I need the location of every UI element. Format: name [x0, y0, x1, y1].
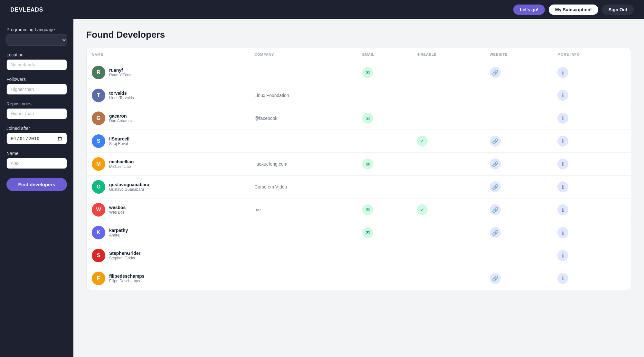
- moreinfo-icon-button[interactable]: ℹ: [557, 113, 568, 124]
- moreinfo-icon-button[interactable]: ℹ: [557, 159, 568, 169]
- email-icon-button[interactable]: ✉: [362, 204, 373, 215]
- col-website: WEBSITE: [485, 48, 553, 61]
- email-icon-button[interactable]: ✉: [362, 227, 373, 238]
- dev-moreinfo-cell: ℹ: [552, 244, 631, 267]
- moreinfo-icon-button[interactable]: ℹ: [557, 67, 568, 78]
- dev-moreinfo-cell: ℹ: [552, 153, 631, 176]
- subscription-button[interactable]: My Subscription!: [549, 5, 598, 15]
- followers-input[interactable]: [6, 84, 67, 95]
- dev-email-cell: [357, 267, 412, 290]
- avatar: F: [92, 272, 105, 285]
- moreinfo-icon-button[interactable]: ℹ: [557, 204, 568, 215]
- dev-info: S llSourcell Siraj Raval: [92, 134, 244, 148]
- language-label: Programming Language: [6, 27, 67, 32]
- dev-hireable-cell: [412, 84, 485, 107]
- dev-email-cell: [357, 130, 412, 153]
- location-input[interactable]: [6, 59, 67, 70]
- dev-company-cell: liaoxuefeng.com: [249, 153, 357, 176]
- table-row: G gustavoguanabara Gustavo Guanabara Cur…: [87, 176, 631, 198]
- moreinfo-icon-button[interactable]: ℹ: [557, 250, 568, 261]
- dev-website-cell: 🔗: [485, 61, 553, 84]
- language-select[interactable]: JavaScript Python TypeScript Java C++ Go…: [6, 34, 67, 46]
- signout-button[interactable]: Sign Out: [602, 5, 634, 15]
- dev-username: michaelliao: [109, 159, 134, 164]
- letsgo-button[interactable]: Let's go!: [513, 5, 545, 15]
- dev-info: T torvalds Linus Torvalds: [92, 89, 244, 102]
- dev-info: S StephenGrider Stephen Grider: [92, 249, 244, 262]
- dev-company-cell: [249, 244, 357, 267]
- moreinfo-icon-button[interactable]: ℹ: [557, 273, 568, 284]
- company-text: me: [254, 207, 260, 212]
- table-row: T torvalds Linus Torvalds Linux Foundati…: [87, 84, 631, 107]
- dev-company-cell: [249, 130, 357, 153]
- dev-info: G gaearon Dan Abramov: [92, 111, 244, 125]
- dev-realname: Gustavo Guanabara: [109, 187, 149, 192]
- hireable-icon-button[interactable]: ✓: [417, 136, 428, 147]
- website-icon-button[interactable]: 🔗: [490, 204, 501, 215]
- dev-hireable-cell: [412, 153, 485, 176]
- name-input[interactable]: [6, 158, 67, 169]
- dev-name-cell: S StephenGrider Stephen Grider: [87, 244, 249, 267]
- website-icon-button[interactable]: 🔗: [490, 67, 501, 78]
- dev-website-cell: 🔗: [485, 198, 553, 221]
- name-filter: Name: [6, 151, 67, 169]
- repositories-input[interactable]: [6, 108, 67, 119]
- dev-moreinfo-cell: ℹ: [552, 176, 631, 198]
- repositories-label: Repositories: [6, 101, 67, 106]
- dev-info: K karpathy Andrej: [92, 226, 244, 239]
- find-developers-button[interactable]: Find developers: [6, 178, 67, 191]
- website-icon-button[interactable]: 🔗: [490, 227, 501, 238]
- moreinfo-icon-button[interactable]: ℹ: [557, 181, 568, 192]
- dev-email-cell: ✉: [357, 153, 412, 176]
- dev-website-cell: [485, 84, 553, 107]
- website-icon-button[interactable]: 🔗: [490, 273, 501, 284]
- followers-filter: Followers: [6, 77, 67, 95]
- dev-website-cell: 🔗: [485, 176, 553, 198]
- dev-hireable-cell: ✓: [412, 198, 485, 221]
- table-row: F filipedeschamps Filipe Deschamps 🔗ℹ: [87, 267, 631, 290]
- layout: Programming Language JavaScript Python T…: [0, 19, 644, 357]
- dev-company-cell: Linux Foundation: [249, 84, 357, 107]
- avatar: S: [92, 134, 105, 148]
- joined-input[interactable]: [6, 133, 67, 144]
- avatar: G: [92, 180, 105, 194]
- dev-company-cell: Curso em Vídeo: [249, 176, 357, 198]
- dev-username: StephenGrider: [109, 251, 140, 256]
- dev-realname: Andrej: [109, 233, 128, 237]
- table-row: R ruanyf Ruan YiFeng ✉🔗ℹ: [87, 61, 631, 84]
- website-icon-button[interactable]: 🔗: [490, 159, 501, 169]
- location-filter: Location: [6, 52, 67, 70]
- dev-hireable-cell: ✓: [412, 130, 485, 153]
- dev-website-cell: 🔗: [485, 267, 553, 290]
- dev-company-cell: me: [249, 198, 357, 221]
- dev-username: gustavoguanabara: [109, 182, 149, 187]
- dev-info: F filipedeschamps Filipe Deschamps: [92, 272, 244, 285]
- developers-table: NAME COMPANY EMAIL HIREABLE WEBSITE MORE…: [87, 48, 631, 290]
- hireable-icon-button[interactable]: ✓: [417, 204, 428, 215]
- email-icon-button[interactable]: ✉: [362, 159, 373, 169]
- developers-table-container: NAME COMPANY EMAIL HIREABLE WEBSITE MORE…: [86, 48, 631, 290]
- dev-company-cell: [249, 61, 357, 84]
- dev-moreinfo-cell: ℹ: [552, 84, 631, 107]
- website-icon-button[interactable]: 🔗: [490, 136, 501, 147]
- moreinfo-icon-button[interactable]: ℹ: [557, 136, 568, 147]
- dev-hireable-cell: [412, 267, 485, 290]
- dev-moreinfo-cell: ℹ: [552, 107, 631, 130]
- table-row: W wesbos Wes Bos me✉✓🔗ℹ: [87, 198, 631, 221]
- moreinfo-icon-button[interactable]: ℹ: [557, 227, 568, 238]
- header: DEVLEADS Let's go! My Subscription! Sign…: [0, 0, 644, 19]
- col-email: EMAIL: [357, 48, 412, 61]
- dev-email-cell: ✉: [357, 61, 412, 84]
- avatar: M: [92, 157, 105, 171]
- email-icon-button[interactable]: ✉: [362, 67, 373, 78]
- dev-company-cell: [249, 267, 357, 290]
- moreinfo-icon-button[interactable]: ℹ: [557, 90, 568, 101]
- dev-company-cell: [249, 221, 357, 244]
- website-icon-button[interactable]: 🔗: [490, 181, 501, 192]
- dev-hireable-cell: [412, 221, 485, 244]
- email-icon-button[interactable]: ✉: [362, 113, 373, 124]
- repositories-filter: Repositories: [6, 101, 67, 119]
- dev-username: torvalds: [109, 91, 134, 96]
- dev-info: M michaelliao Michael Liao: [92, 157, 244, 171]
- joined-label: Joined after: [6, 126, 67, 131]
